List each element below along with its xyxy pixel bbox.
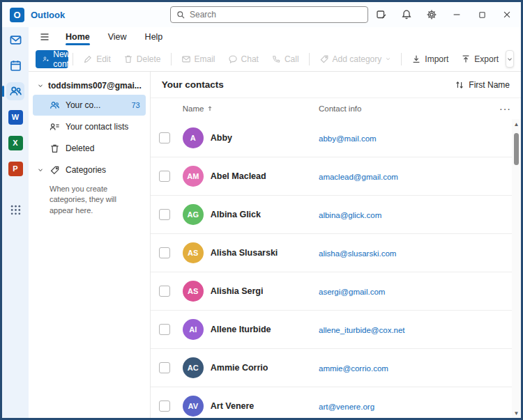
edit-button[interactable]: Edit	[77, 50, 116, 68]
hamburger-menu-icon[interactable]	[34, 29, 55, 45]
chevron-down-icon	[506, 56, 513, 63]
contact-row[interactable]: AM Abel Maclead amaclead@gmail.com	[151, 157, 521, 196]
tab-home[interactable]: Home	[58, 29, 98, 45]
column-header-name[interactable]: Name	[183, 104, 319, 113]
maximize-icon[interactable]	[469, 4, 494, 25]
contact-email-link[interactable]: art@venere.org	[319, 403, 374, 411]
powerpoint-icon[interactable]: P	[6, 160, 24, 178]
toolbar-divider	[309, 53, 310, 65]
scrollbar-track[interactable]	[512, 129, 521, 408]
sidebar-item-contact-lists[interactable]: Your contact lists	[33, 116, 146, 137]
contact-email-link[interactable]: allene_iturbide@cox.net	[319, 326, 405, 334]
row-checkbox[interactable]	[159, 400, 170, 412]
contact-email-link[interactable]: amaclead@gmail.com	[319, 173, 398, 181]
contact-email-link[interactable]: ammie@corrio.com	[319, 364, 388, 373]
row-checkbox[interactable]	[159, 286, 170, 297]
toolbar-divider	[171, 53, 172, 65]
contact-list-viewport: A Abby abby@mail.com	[151, 119, 521, 418]
row-checkbox[interactable]	[159, 171, 170, 182]
vertical-scrollbar[interactable]: ▲ ▼	[512, 119, 521, 418]
sidebar-item-label: Categories	[66, 165, 106, 175]
more-apps-icon[interactable]	[6, 201, 24, 219]
contact-name: Allene Iturbide	[211, 325, 271, 334]
row-checkbox[interactable]	[159, 362, 170, 373]
people-icon	[50, 100, 60, 111]
more-options-icon[interactable]: ···	[493, 103, 511, 114]
toolbar-divider	[73, 53, 73, 65]
search-icon	[176, 10, 185, 20]
contact-row[interactable]: AS Alishia Sergi asergi@gmail.com	[151, 272, 521, 311]
import-arrow-icon	[411, 54, 421, 64]
toolbar-overflow-button[interactable]	[506, 50, 514, 68]
email-button[interactable]: Email	[176, 50, 221, 68]
feedback-icon[interactable]	[369, 4, 394, 25]
account-email: toddsimms007@gmai...	[48, 81, 142, 91]
contact-row[interactable]: AV Art Venere art@venere.org	[151, 387, 521, 418]
row-checkbox[interactable]	[159, 324, 170, 335]
new-contact-label: New contact	[53, 50, 68, 68]
titlebar-right	[369, 2, 520, 27]
row-checkbox[interactable]	[159, 132, 170, 143]
contact-row[interactable]: AI Allene Iturbide allene_iturbide@cox.n…	[151, 311, 521, 349]
contact-email-link[interactable]: alisha@slusarski.com	[319, 249, 396, 258]
contact-row[interactable]: AC Ammie Corrio ammie@corrio.com	[151, 349, 521, 387]
close-icon[interactable]	[494, 4, 520, 25]
contact-row[interactable]: AS Alisha Slusarski alisha@slusarski.com	[151, 234, 521, 272]
contact-avatar: AS	[183, 242, 204, 263]
settings-gear-icon[interactable]	[419, 4, 444, 25]
sort-label: First Name	[469, 80, 510, 90]
row-checkbox[interactable]	[159, 209, 170, 220]
menubar: Home View Help	[29, 27, 521, 47]
contact-avatar: A	[183, 127, 204, 148]
app-body: W X P Home View Help	[2, 27, 521, 418]
excel-icon[interactable]: X	[6, 134, 24, 152]
search-box[interactable]	[170, 6, 368, 23]
export-button[interactable]: Export	[455, 50, 504, 68]
new-contact-button[interactable]: New contact	[36, 50, 68, 68]
scroll-down-icon[interactable]: ▼	[514, 408, 520, 418]
contact-avatar: AV	[183, 396, 204, 417]
trash-icon	[123, 54, 133, 64]
contact-row[interactable]: AG Albina Glick albina@glick.com	[151, 196, 521, 234]
contact-avatar: AC	[183, 357, 204, 378]
table-header: Name Contact info ···	[151, 98, 521, 119]
contact-row[interactable]: A Abby abby@mail.com	[151, 119, 521, 157]
word-icon[interactable]: W	[6, 108, 24, 126]
call-button[interactable]: Call	[266, 50, 305, 68]
add-category-button[interactable]: Add category	[314, 50, 397, 68]
tab-view[interactable]: View	[100, 29, 135, 45]
people-icon[interactable]	[6, 82, 24, 100]
sort-button[interactable]: First Name	[455, 80, 510, 90]
tab-help[interactable]: Help	[137, 29, 171, 45]
scroll-up-icon[interactable]: ▲	[514, 119, 520, 129]
toolbar: New contact Edit Delete	[29, 47, 521, 72]
workspace: toddsimms007@gmai... Your co... 73 Your …	[29, 72, 521, 418]
people-list-icon	[50, 122, 60, 132]
toolbar-divider	[401, 53, 402, 65]
search-input[interactable]	[190, 10, 362, 20]
sidebar-item-categories[interactable]: Categories	[33, 160, 146, 180]
chat-bubble-icon	[228, 54, 238, 64]
row-checkbox[interactable]	[159, 247, 170, 258]
tag-icon	[50, 165, 60, 176]
mail-icon[interactable]	[6, 31, 24, 49]
sort-ascending-arrow-icon	[206, 105, 213, 112]
chat-button[interactable]: Chat	[222, 50, 264, 68]
contact-email-link[interactable]: albina@glick.com	[319, 211, 381, 219]
delete-button[interactable]: Delete	[118, 50, 167, 68]
sidebar-item-label: Deleted	[66, 143, 94, 153]
scrollbar-thumb[interactable]	[514, 133, 519, 165]
contact-email-link[interactable]: abby@mail.com	[319, 134, 377, 143]
import-button[interactable]: Import	[406, 50, 454, 68]
chevron-down-icon	[385, 56, 391, 62]
sidebar-item-your-contacts[interactable]: Your co... 73	[33, 95, 146, 116]
sidebar: toddsimms007@gmai... Your co... 73 Your …	[29, 72, 151, 418]
notifications-bell-icon[interactable]	[394, 4, 419, 25]
envelope-icon	[181, 54, 191, 64]
sidebar-item-deleted[interactable]: Deleted	[33, 138, 146, 159]
contact-list: A Abby abby@mail.com	[151, 119, 521, 418]
contact-email-link[interactable]: asergi@gmail.com	[319, 288, 385, 296]
minimize-icon[interactable]	[444, 4, 469, 25]
account-header[interactable]: toddsimms007@gmai...	[33, 77, 146, 94]
calendar-icon[interactable]	[6, 56, 24, 75]
